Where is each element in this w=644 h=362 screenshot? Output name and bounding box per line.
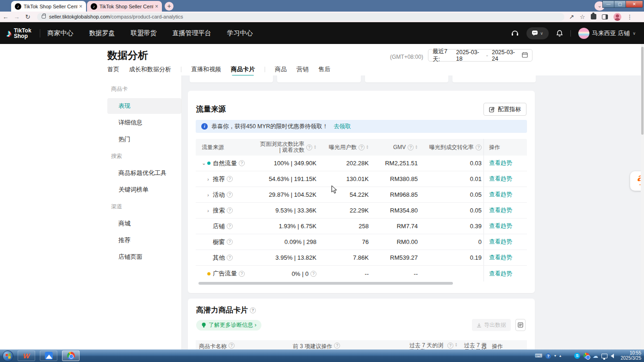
reload-icon[interactable]: ↻ [22,13,33,20]
horizontal-scrollbar[interactable] [196,281,527,285]
sort-icon[interactable] [415,145,418,150]
taskbar-clock[interactable]: 10:55 2025/3/25 [621,350,642,361]
start-button[interactable] [2,350,13,362]
keyboard-icon[interactable]: ⌨ [535,353,542,359]
skype-icon[interactable]: S [574,353,580,359]
help-icon[interactable] [408,144,414,150]
side-panel-icon[interactable] [602,14,608,19]
help-icon[interactable] [447,343,453,349]
chrome-tray-icon[interactable] [583,353,589,359]
view-trend-link[interactable]: 查看趋势 [489,159,512,167]
sidebar-item-recommend[interactable]: 推荐 [107,232,181,248]
help-icon[interactable] [310,271,316,277]
sort-icon[interactable] [455,343,458,347]
network-icon[interactable] [601,354,607,358]
view-trend-link[interactable]: 查看趋势 [489,206,512,214]
new-tab-button[interactable]: + [165,2,173,11]
view-trend-link[interactable]: 查看趋势 [489,254,512,262]
diagnosis-link[interactable]: 了解更多诊断信息 › [196,320,261,331]
extensions-puzzle-icon[interactable] [591,14,596,19]
help-icon[interactable] [359,144,365,150]
sidebar-item-mall[interactable]: 商城 [107,216,181,231]
help-icon[interactable] [239,271,245,277]
view-trend-link[interactable]: 查看趋势 [489,191,512,199]
help-icon[interactable] [229,343,235,349]
close-window-button[interactable]: ✕ [625,0,643,8]
nav-item-live[interactable]: 直播管理平台 [173,29,211,37]
help-icon[interactable] [227,255,233,261]
taskbar-wps-app[interactable]: W [18,350,35,361]
tab-product-card[interactable]: 商品卡片 [231,65,255,76]
browser-tab-1[interactable]: ♪ TikTok Shop Seller Center | Cr × [11,1,86,12]
cloud-drive-icon[interactable]: ☁ [593,353,598,359]
help-icon[interactable] [227,207,233,213]
help-icon[interactable] [227,176,233,182]
configure-metrics-button[interactable]: 配置指标 [483,103,526,116]
nav-item-compass[interactable]: 数据罗盘 [89,29,115,37]
notifications-bell-icon[interactable] [556,30,563,37]
sort-icon[interactable] [366,145,369,150]
show-hidden-icons[interactable]: ▴ [559,354,561,358]
minimize-button[interactable]: — [602,0,614,8]
help-icon[interactable] [227,223,233,229]
tab-products[interactable]: 商品 [275,65,287,76]
sidebar-item-shop-page[interactable]: 店铺页面 [107,249,181,265]
sidebar-item-performance[interactable]: 表现 [107,98,181,114]
forward-icon[interactable]: → [11,13,22,20]
tab-home[interactable]: 首页 [107,65,119,76]
back-icon[interactable]: ← [0,13,11,20]
volume-icon[interactable] [611,354,614,358]
profile-avatar[interactable] [613,13,621,21]
taskbar-mountain-app[interactable] [40,350,57,361]
sidebar-item-trending[interactable]: 热门 [107,131,181,147]
close-tab-icon[interactable]: × [155,3,158,10]
taskbar-chrome-app[interactable] [62,350,80,361]
date-range-picker[interactable]: 最近7天: 2025-03-18 - 2025-03-24 [428,49,533,62]
tiktok-shop-logo[interactable]: ♪ TikTok Shop [0,27,38,39]
view-trend-link[interactable]: 查看趋势 [489,270,512,278]
browser-menu-icon[interactable]: ⋮ [627,13,633,20]
export-data-button[interactable]: 导出数据 [472,319,511,331]
chevron-down-icon[interactable]: ⌄ [202,160,207,166]
help-tray-icon[interactable]: ? [545,353,551,359]
claim-coupon-link[interactable]: 去领取 [334,123,351,131]
sidebar-item-title-optimizer[interactable]: 商品标题优化工具 [107,165,181,181]
table-settings-button[interactable] [515,319,526,331]
address-bar[interactable]: seller.tiktokglobalshop.com /compass/pro… [37,13,564,21]
headset-icon[interactable] [511,29,519,37]
chevron-right-icon[interactable]: › [207,176,213,182]
page-scrollbar[interactable] [641,44,644,350]
help-icon[interactable] [476,144,482,150]
tab-live-video[interactable]: 直播和视频 [191,65,221,76]
nav-item-seller-home[interactable]: 商家中心 [48,29,74,37]
view-trend-link[interactable]: 查看趋势 [489,175,512,183]
tray-mini-icon[interactable]: ▾ [554,354,556,358]
tiktok-favicon-icon: ♪ [91,3,97,10]
sidebar-item-details[interactable]: 详细信息 [107,115,181,131]
share-icon[interactable]: ↗ [569,13,574,20]
tab-marketing[interactable]: 营销 [297,65,309,76]
help-icon[interactable] [227,192,233,198]
maximize-button[interactable]: ▢ [614,0,626,8]
close-tab-icon[interactable]: × [79,3,82,10]
windows-flag-icon [6,353,11,359]
sort-icon[interactable] [314,145,316,150]
bookmark-star-icon[interactable]: ☆ [580,13,585,20]
shop-selector[interactable]: 马来西亚 店铺 ∨ [578,28,636,39]
nav-item-academy[interactable]: 学习中心 [227,29,253,37]
help-icon[interactable] [334,343,340,349]
tab-aftersales[interactable]: 售后 [318,65,330,76]
help-icon[interactable] [239,160,245,166]
chat-messages-button[interactable]: ∨ [526,27,549,39]
tab-growth[interactable]: 成长和数据分析 [129,65,171,76]
chevron-right-icon[interactable]: › [207,192,213,198]
view-trend-link[interactable]: 查看趋势 [489,238,512,246]
browser-tab-2-active[interactable]: ♪ TikTok Shop Seller Center | Cr × [87,1,162,12]
help-icon[interactable] [227,239,233,245]
sidebar-item-keyword-ranking[interactable]: 关键词榜单 [107,182,181,198]
view-trend-link[interactable]: 查看趋势 [489,222,512,230]
help-icon[interactable] [250,307,256,313]
help-icon[interactable] [306,144,312,150]
nav-item-affiliate[interactable]: 联盟带货 [131,29,157,37]
chevron-right-icon[interactable]: › [207,208,213,213]
